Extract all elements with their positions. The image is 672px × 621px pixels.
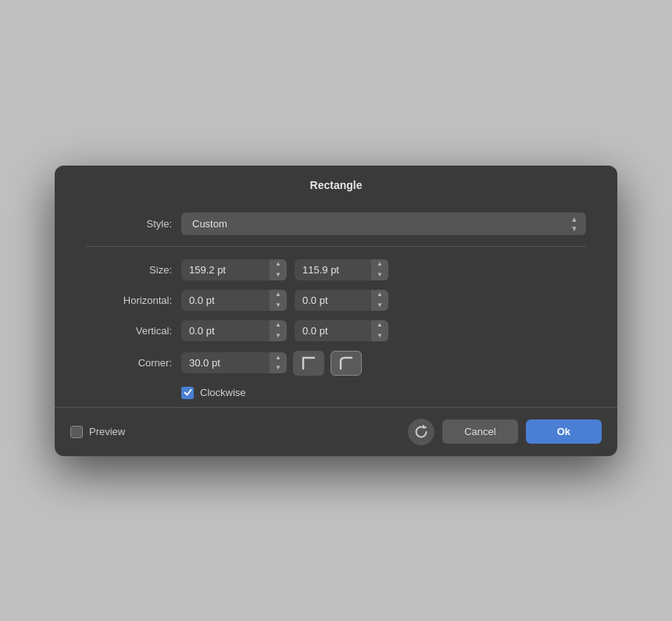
preview-label: Preview	[89, 426, 125, 437]
horiz-spin-2[interactable]: ▲ ▼	[371, 290, 388, 311]
corner-row: Corner: ▲ ▼	[86, 351, 586, 376]
refresh-button[interactable]	[408, 419, 434, 445]
vert-spin-1[interactable]: ▲ ▼	[270, 320, 287, 341]
horizontal-label: Horizontal:	[86, 294, 172, 306]
vert-input-1-wrapper: ▲ ▼	[181, 320, 287, 341]
corner-spin-down[interactable]: ▼	[270, 363, 287, 374]
corner-spin[interactable]: ▲ ▼	[270, 352, 287, 373]
horizontal-row: Horizontal: ▲ ▼ ▲ ▼	[86, 290, 586, 311]
clockwise-row: Clockwise	[181, 387, 586, 399]
size-input-2-wrapper: ▲ ▼	[295, 259, 388, 280]
clockwise-label: Clockwise	[200, 387, 246, 398]
corner-input-wrapper: ▲ ▼	[181, 352, 287, 373]
size-label: Size:	[86, 264, 172, 276]
size-spin-1[interactable]: ▲ ▼	[270, 259, 287, 280]
vertical-row: Vertical: ▲ ▼ ▲ ▼	[86, 320, 586, 341]
vert-spin-up-2[interactable]: ▲	[371, 320, 388, 331]
dialog-footer: Preview Cancel Ok	[55, 407, 617, 456]
style-row: Style: CustomDefaultRoundedBeveled ▲ ▼	[86, 212, 586, 235]
vert-spin-2[interactable]: ▲ ▼	[371, 320, 388, 341]
cancel-button[interactable]: Cancel	[442, 419, 517, 444]
style-select[interactable]: CustomDefaultRoundedBeveled	[181, 212, 586, 235]
vertical-label: Vertical:	[86, 325, 172, 337]
corner-rounded-button[interactable]	[331, 351, 362, 376]
corner-sharp-button[interactable]	[293, 351, 324, 376]
rectangle-dialog: Rectangle Style: CustomDefaultRoundedBev…	[55, 166, 617, 456]
vert-spin-down-2[interactable]: ▼	[371, 330, 388, 341]
size-spin-down-2[interactable]: ▼	[371, 269, 388, 280]
size-input-1-wrapper: ▲ ▼	[181, 259, 287, 280]
divider-1	[86, 246, 586, 247]
style-label: Style:	[86, 218, 172, 230]
vert-input-2-wrapper: ▲ ▼	[295, 320, 388, 341]
size-row: Size: ▲ ▼ ▲ ▼	[86, 259, 586, 280]
preview-wrapper: Preview	[70, 426, 125, 438]
corner-label: Corner:	[86, 357, 172, 369]
dialog-title: Rectangle	[310, 179, 363, 191]
vert-spin-up-1[interactable]: ▲	[270, 320, 287, 331]
preview-checkbox[interactable]	[70, 426, 83, 438]
size-spin-up-2[interactable]: ▲	[371, 259, 388, 270]
horiz-spin-up-1[interactable]: ▲	[270, 290, 287, 301]
corner-spin-up[interactable]: ▲	[270, 352, 287, 363]
horiz-spin-1[interactable]: ▲ ▼	[270, 290, 287, 311]
vert-spin-down-1[interactable]: ▼	[270, 330, 287, 341]
horiz-spin-down-1[interactable]: ▼	[270, 300, 287, 311]
size-spin-up-1[interactable]: ▲	[270, 259, 287, 270]
size-spin-2[interactable]: ▲ ▼	[371, 259, 388, 280]
size-spin-down-1[interactable]: ▼	[270, 269, 287, 280]
horiz-spin-down-2[interactable]: ▼	[371, 300, 388, 311]
corner-controls: ▲ ▼	[181, 351, 362, 376]
ok-button[interactable]: Ok	[526, 419, 602, 444]
horiz-input-2-wrapper: ▲ ▼	[295, 290, 388, 311]
style-select-wrapper: CustomDefaultRoundedBeveled ▲ ▼	[181, 212, 586, 235]
dialog-title-bar: Rectangle	[55, 166, 617, 200]
horiz-spin-up-2[interactable]: ▲	[371, 290, 388, 301]
form-section: Size: ▲ ▼ ▲ ▼	[86, 259, 586, 376]
horiz-input-1-wrapper: ▲ ▼	[181, 290, 287, 311]
dialog-body: Style: CustomDefaultRoundedBeveled ▲ ▼ S…	[55, 200, 617, 399]
clockwise-checkbox[interactable]	[181, 387, 194, 399]
